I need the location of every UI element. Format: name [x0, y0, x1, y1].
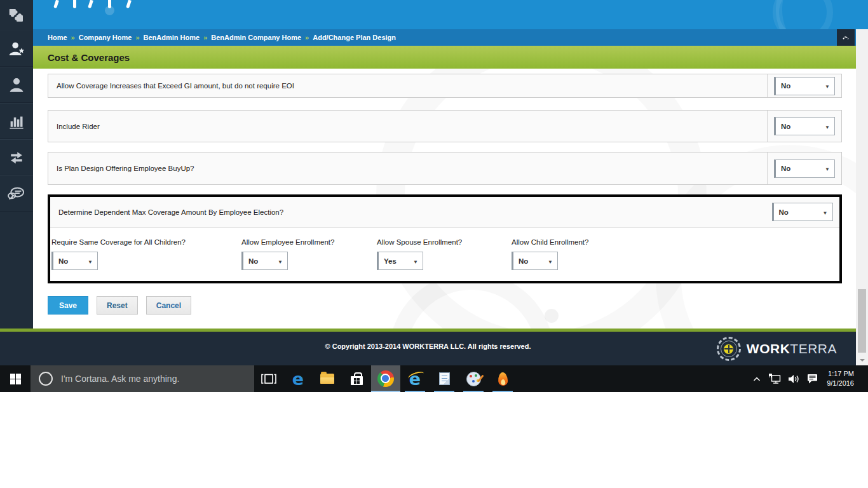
- clipped-heading-fragment: [126, 0, 132, 8]
- action-center-button[interactable]: [806, 365, 818, 392]
- save-button[interactable]: Save: [48, 296, 88, 315]
- taskbar-app-internet-explorer[interactable]: [400, 365, 430, 392]
- taskbar-app-edge[interactable]: [283, 365, 313, 392]
- network-status-icon[interactable]: [769, 365, 782, 392]
- sidebar-item-employee-admin[interactable]: [0, 30, 33, 67]
- logo-text: WORKTERRA: [747, 341, 837, 356]
- answer-cell: No: [767, 74, 841, 97]
- screen: Home » Company Home » BenAdmin Home » Be…: [0, 0, 868, 488]
- question-spouse-enrollment: Allow Spouse Enrollment? Yes: [377, 238, 512, 270]
- logo-text-light: TERRA: [790, 341, 837, 356]
- breadcrumb-separator: »: [135, 34, 139, 41]
- spouse-enrollment-dropdown[interactable]: Yes: [377, 252, 423, 270]
- file-explorer-icon: [320, 374, 334, 384]
- top-header: [33, 0, 868, 29]
- logo-text-bold: WORK: [747, 341, 790, 356]
- breadcrumb-benadmin-home[interactable]: BenAdmin Home: [144, 34, 200, 41]
- workterra-logo: WORKTERRA: [717, 337, 837, 361]
- answer-cell: No: [765, 197, 839, 227]
- task-view-button[interactable]: [254, 365, 283, 392]
- taskbar-app-notepad[interactable]: [430, 365, 459, 392]
- answer-cell: No: [767, 111, 841, 142]
- gi-eoi-dropdown[interactable]: No: [774, 77, 835, 95]
- running-indicator: [371, 391, 400, 392]
- cost-coverages-form: Allow Coverage Increases that Exceed GI …: [33, 69, 856, 315]
- breadcrumb-add-change-plan-design[interactable]: Add/Change Plan Design: [313, 34, 396, 41]
- form-row-include-rider: Include Rider No: [48, 110, 842, 142]
- running-indicator: [434, 391, 454, 392]
- cancel-button[interactable]: Cancel: [146, 296, 191, 315]
- chevron-down-icon: [825, 165, 830, 172]
- volume-button[interactable]: [787, 365, 800, 392]
- enrollment-questions-row: Require Same Coverage for All Children? …: [50, 227, 839, 270]
- taskbar-app-chrome[interactable]: [371, 365, 400, 392]
- taskbar-clock[interactable]: 1:17 PM 9/1/2016: [824, 369, 859, 388]
- child-enrollment-dropdown[interactable]: No: [512, 252, 558, 270]
- reset-button[interactable]: Reset: [97, 296, 138, 315]
- sidebar-item-profile[interactable]: [0, 67, 33, 103]
- edge-icon: [292, 370, 304, 388]
- dependent-max-coverage-dropdown[interactable]: No: [772, 203, 833, 221]
- employee-buyup-dropdown[interactable]: No: [774, 159, 835, 178]
- include-rider-dropdown[interactable]: No: [774, 117, 835, 135]
- breadcrumb-company-home[interactable]: Company Home: [79, 34, 132, 41]
- speaker-icon: [788, 374, 799, 384]
- hidden-icons-button[interactable]: [750, 365, 763, 392]
- decorative-ring: [776, 0, 868, 29]
- breadcrumb-benadmin-company-home[interactable]: BenAdmin Company Home: [211, 34, 301, 41]
- windows-logo-icon: [10, 374, 21, 384]
- answer-cell: No: [767, 152, 841, 184]
- action-buttons: Save Reset Cancel: [48, 296, 842, 315]
- sidebar-item-messages[interactable]: [0, 175, 33, 212]
- logo-core: [724, 344, 733, 354]
- cortana-search-box[interactable]: I'm Cortana. Ask me anything.: [31, 365, 254, 392]
- taskbar-app-file-explorer[interactable]: [313, 365, 342, 392]
- cortana-placeholder: I'm Cortana. Ask me anything.: [61, 374, 179, 384]
- dropdown-value: No: [58, 257, 68, 265]
- chrome-icon: [377, 370, 394, 387]
- windows-taskbar: I'm Cortana. Ask me anything.: [0, 365, 868, 392]
- scrollbar-down-button[interactable]: [856, 355, 868, 365]
- chevron-down-icon: [278, 257, 283, 265]
- dropdown-value: No: [519, 257, 528, 265]
- form-row-employee-buyup: Is Plan Design Offering Employee BuyUp? …: [48, 152, 842, 185]
- sidebar-item-reports[interactable]: [0, 103, 33, 139]
- page-title-bar: Cost & Coverages: [33, 46, 856, 69]
- running-indicator: [492, 391, 513, 392]
- running-indicator: [463, 391, 484, 392]
- puzzle-icon: [7, 6, 26, 25]
- internet-explorer-icon: [409, 370, 421, 388]
- question-label: Allow Employee Enrollment?: [241, 238, 377, 246]
- question-same-coverage-children: Require Same Coverage for All Children? …: [51, 238, 241, 270]
- breadcrumb-bar: Home » Company Home » BenAdmin Home » Be…: [33, 29, 856, 46]
- system-tray: 1:17 PM 9/1/2016: [750, 365, 868, 392]
- chat-bubbles-icon: [6, 184, 27, 203]
- logo-ring: [721, 341, 737, 357]
- scrollbar-thumb[interactable]: [858, 289, 866, 353]
- same-coverage-children-dropdown[interactable]: No: [51, 252, 98, 270]
- vertical-scrollbar[interactable]: [856, 29, 868, 365]
- form-row-gi-eoi: Allow Coverage Increases that Exceed GI …: [48, 74, 842, 98]
- breadcrumb-separator: »: [203, 34, 207, 41]
- collapse-breadcrumb-button[interactable]: [837, 29, 855, 46]
- clipped-heading-fragment: [73, 0, 76, 8]
- taskbar-app-store[interactable]: [342, 365, 371, 392]
- page-title: Cost & Coverages: [48, 52, 130, 63]
- question-label: Require Same Coverage for All Children?: [51, 238, 241, 246]
- taskbar-app-paint[interactable]: [459, 365, 488, 392]
- chevron-down-icon: [88, 257, 93, 265]
- sidebar-item-modules[interactable]: [0, 0, 33, 30]
- question-employee-enrollment: Allow Employee Enrollment? No: [241, 238, 377, 270]
- decorative-dot: [105, 6, 114, 15]
- breadcrumb-separator: »: [71, 34, 75, 41]
- question-child-enrollment: Allow Child Enrollment? No: [512, 238, 839, 270]
- clock-date: 9/1/2016: [827, 379, 854, 388]
- network-icon: [769, 374, 782, 384]
- breadcrumb-home[interactable]: Home: [48, 34, 67, 41]
- sidebar-item-transfers[interactable]: [0, 139, 33, 175]
- taskbar-app-flame[interactable]: [488, 365, 517, 392]
- employee-enrollment-dropdown[interactable]: No: [241, 252, 288, 270]
- start-button[interactable]: [0, 365, 31, 392]
- notepad-icon: [439, 372, 450, 385]
- running-indicator: [405, 391, 425, 392]
